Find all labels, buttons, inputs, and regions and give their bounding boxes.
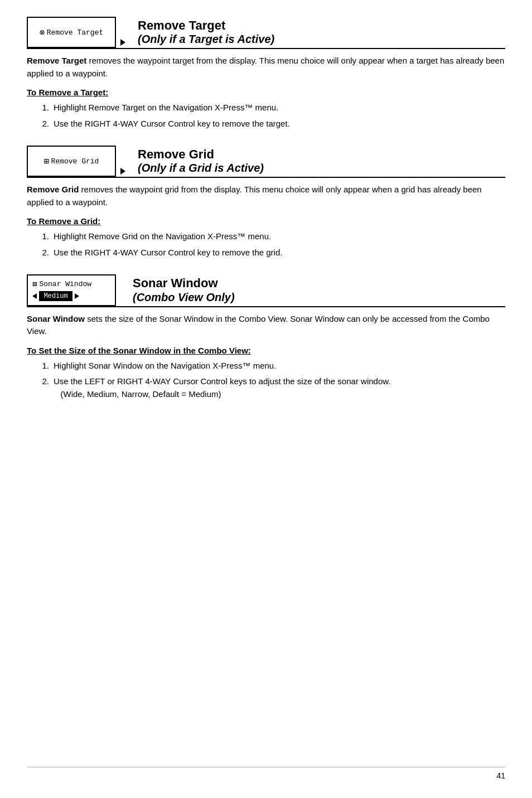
remove-target-desc-rest: removes the waypoint target from the dis…: [27, 56, 504, 78]
remove-grid-section: ⊞ Remove Grid Remove Grid (Only if a Gri…: [27, 146, 505, 259]
remove-target-icon-box: ⊗ Remove Target: [27, 17, 116, 48]
remove-grid-arrow: [116, 146, 130, 177]
remove-target-arrow: [116, 17, 130, 48]
step-item: 1.Highlight Remove Grid on the Navigatio…: [38, 230, 505, 243]
sonar-window-header: ⊠ Sonar Window Medium Sonar Window (Comb…: [27, 274, 505, 307]
remove-grid-description: Remove Grid removes the waypoint grid fr…: [27, 183, 505, 209]
sonar-window-icon-box: ⊠ Sonar Window Medium: [27, 274, 116, 306]
remove-target-description: Remove Target removes the waypoint targe…: [27, 55, 505, 80]
remove-grid-steps: 1.Highlight Remove Grid on the Navigatio…: [38, 230, 505, 259]
sonar-window-steps: 1.Highlight Sonar Window on the Navigati…: [38, 360, 505, 401]
remove-target-title: Remove Target (Only if a Target is Activ…: [138, 19, 274, 46]
sonar-window-arrow: [116, 274, 125, 306]
remove-grid-title-box: Remove Grid (Only if a Grid is Active): [130, 146, 272, 177]
remove-target-title-box: Remove Target (Only if a Target is Activ…: [130, 17, 282, 48]
sonar-window-title: Sonar Window (Combo View Only): [133, 277, 235, 303]
step-item: 2.Use the LEFT or RIGHT 4-WAY Cursor Con…: [38, 375, 505, 400]
arrow-left-icon: [32, 293, 37, 299]
sonar-window-controls: Medium: [32, 291, 110, 301]
remove-target-section: ⊗ Remove Target Remove Target (Only if a…: [27, 17, 505, 130]
sonar-window-desc-rest: sets the size of the Sonar Window in the…: [27, 314, 490, 336]
sonar-window-bold: Sonar Window: [27, 314, 85, 323]
remove-target-steps: 1.Highlight Remove Target on the Navigat…: [38, 101, 505, 130]
remove-grid-subheading: To Remove a Grid:: [27, 216, 505, 226]
remove-grid-header: ⊞ Remove Grid Remove Grid (Only if a Gri…: [27, 146, 505, 178]
arrow-right-icon: [120, 168, 125, 175]
remove-grid-title: Remove Grid (Only if a Grid is Active): [138, 148, 264, 175]
arrow-right-icon: [120, 39, 125, 46]
remove-grid-desc-rest: removes the waypoint grid from the displ…: [27, 185, 482, 207]
sonar-window-description: Sonar Window sets the size of the Sonar …: [27, 313, 505, 338]
step-item: 2.Use the RIGHT 4-WAY Cursor Control key…: [38, 246, 505, 259]
step-item: 1.Highlight Sonar Window on the Navigati…: [38, 360, 505, 373]
remove-target-subheading: To Remove a Target:: [27, 88, 505, 97]
target-icon: ⊗: [40, 27, 45, 38]
sonar-window-title-box: Sonar Window (Combo View Only): [125, 274, 243, 306]
remove-grid-title-line2: (Only if a Grid is Active): [138, 161, 264, 175]
page-divider: [27, 767, 505, 767]
sonar-icon: ⊠: [32, 279, 37, 289]
remove-target-header: ⊗ Remove Target Remove Target (Only if a…: [27, 17, 505, 49]
step-item: 2.Use the RIGHT 4-WAY Cursor Control key…: [38, 118, 505, 130]
remove-target-bold: Remove Target: [27, 56, 86, 65]
medium-value: Medium: [39, 291, 72, 301]
remove-grid-label: Remove Grid: [51, 157, 99, 166]
grid-icon: ⊞: [44, 156, 49, 167]
sonar-window-label: Sonar Window: [39, 280, 91, 288]
remove-grid-bold: Remove Grid: [27, 185, 79, 194]
sonar-window-subheading: To Set the Size of the Sonar Window in t…: [27, 346, 505, 355]
remove-target-title-line1: Remove Target: [138, 19, 274, 32]
sonar-window-title-line1: Sonar Window: [133, 277, 235, 290]
remove-target-title-line2: (Only if a Target is Active): [138, 32, 274, 46]
sonar-window-title-line2: (Combo View Only): [133, 291, 235, 304]
remove-grid-title-line1: Remove Grid: [138, 148, 264, 161]
remove-target-label: Remove Target: [47, 28, 103, 37]
arrow-right-icon-inner: [75, 293, 79, 299]
step-item: 1.Highlight Remove Target on the Navigat…: [38, 101, 505, 114]
remove-grid-icon-box: ⊞ Remove Grid: [27, 146, 116, 177]
page-number: 41: [496, 771, 505, 780]
sonar-window-section: ⊠ Sonar Window Medium Sonar Window (Comb…: [27, 274, 505, 400]
